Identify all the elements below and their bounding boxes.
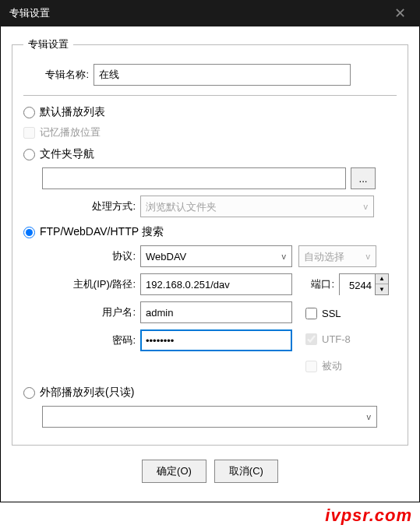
port-down-button[interactable]: ▼: [376, 284, 388, 294]
port-spinner[interactable]: ▲ ▼: [339, 273, 389, 295]
auto-select: 自动选择: [298, 245, 376, 267]
ssl-label: SSL: [322, 308, 341, 319]
default-playlist-radio[interactable]: [23, 107, 35, 118]
ftp-section-label: FTP/WebDAV/HTTP 搜索: [40, 225, 164, 239]
pass-input[interactable]: [140, 329, 292, 351]
protocol-label: 协议:: [23, 249, 140, 263]
ssl-checkbox[interactable]: [305, 308, 317, 319]
browse-button[interactable]: ...: [351, 167, 376, 189]
external-playlist-radio[interactable]: [23, 387, 35, 399]
host-input[interactable]: [140, 273, 292, 295]
external-playlist-label: 外部播放列表(只读): [40, 386, 134, 400]
window-title: 专辑设置: [9, 6, 50, 20]
separator: [23, 95, 397, 96]
default-playlist-label: 默认播放列表: [40, 105, 105, 119]
method-label: 处理方式:: [23, 199, 140, 213]
folder-nav-label: 文件夹导航: [40, 147, 94, 161]
remember-position-label: 记忆播放位置: [40, 125, 101, 139]
port-up-button[interactable]: ▲: [376, 274, 388, 284]
titlebar: 专辑设置 ✕: [0, 0, 420, 26]
close-icon[interactable]: ✕: [390, 5, 411, 22]
utf8-checkbox: [305, 333, 317, 345]
pass-label: 密码:: [23, 333, 140, 347]
ftp-radio[interactable]: [23, 227, 35, 238]
user-label: 用户名:: [23, 305, 140, 319]
user-input[interactable]: [140, 301, 292, 323]
protocol-select[interactable]: WebDAV: [140, 245, 292, 267]
album-fieldset: 专辑设置 专辑名称: 默认播放列表 记忆播放位置 文件夹导航 ... 处理方式:: [12, 37, 408, 446]
remember-position-checkbox: [23, 127, 35, 139]
utf8-label: UTF-8: [322, 333, 351, 345]
dialog-content: 专辑设置 专辑名称: 默认播放列表 记忆播放位置 文件夹导航 ... 处理方式:: [0, 26, 420, 502]
album-name-label: 专辑名称:: [23, 68, 94, 82]
watermark: ivpsr.com: [325, 506, 412, 526]
passive-checkbox: [305, 361, 317, 372]
fieldset-legend: 专辑设置: [23, 37, 73, 51]
method-select: 浏览默认文件夹: [140, 196, 374, 217]
external-select[interactable]: [42, 406, 377, 428]
ok-button[interactable]: 确定(O): [142, 460, 206, 483]
folder-nav-radio[interactable]: [23, 149, 35, 160]
folder-path-input[interactable]: [42, 167, 346, 189]
passive-label: 被动: [322, 359, 342, 373]
port-input[interactable]: [340, 274, 375, 296]
host-label: 主机(IP)/路径:: [23, 277, 140, 291]
cancel-button[interactable]: 取消(C): [214, 460, 278, 483]
album-name-input[interactable]: [94, 64, 351, 86]
remember-position-row: 记忆播放位置: [23, 125, 397, 139]
port-label: 端口:: [298, 277, 339, 291]
